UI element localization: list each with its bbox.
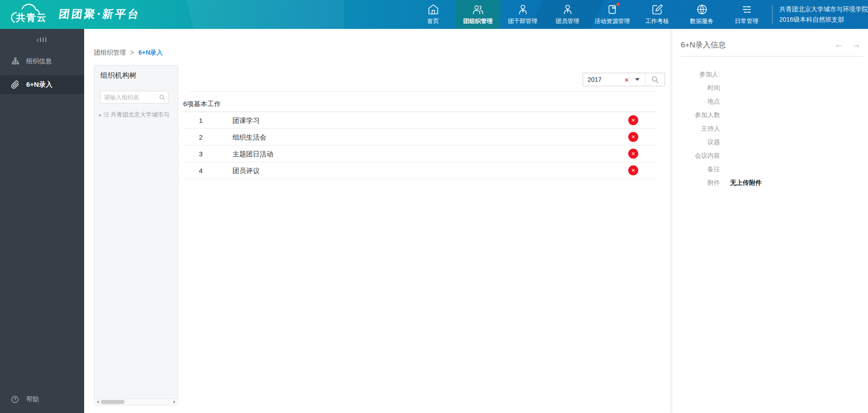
nav-tab-league-cadre[interactable]: 团干部管理 <box>500 0 545 29</box>
field-row-host: 主持人 <box>672 122 868 136</box>
scroll-left-arrow[interactable]: ‹ <box>95 399 101 405</box>
row-name: 组织生活会 <box>232 129 266 145</box>
search-icon <box>651 75 659 84</box>
detail-divider <box>681 56 863 56</box>
detail-panel: 6+N录入信息 ← → 参加人: 时间 地点 参加人数 <box>672 29 868 413</box>
scroll-right-arrow[interactable]: › <box>171 399 177 405</box>
breadcrumb-parent[interactable]: 团组织管理 <box>94 49 126 56</box>
sidebar-item-label: 组织信息 <box>26 57 52 66</box>
field-label: 参加人数 <box>672 111 720 119</box>
scrollbar-thumb[interactable] <box>101 400 124 404</box>
horizontal-scrollbar[interactable]: ‹ › <box>95 399 178 405</box>
field-row-location: 地点 <box>672 95 868 108</box>
list-item[interactable]: 4 团员评议 ✕ <box>183 162 656 179</box>
nav-tab-daily-management[interactable]: 日常管理 <box>724 0 769 29</box>
row-name: 主题团日活动 <box>232 145 273 162</box>
globe-icon <box>696 4 708 15</box>
content-divider <box>190 91 656 92</box>
year-filter-combobox: × <box>583 73 665 86</box>
home-icon <box>427 4 439 15</box>
users-icon <box>472 4 484 15</box>
field-row-attachment: 附件 无上传附件 <box>672 176 868 190</box>
sidebar-item-6n-entry[interactable]: 6+N录入 <box>0 75 84 94</box>
org-name-line2: 2016级本科自然班支部 <box>779 14 868 25</box>
clear-icon[interactable]: × <box>625 76 629 83</box>
chevron-down-icon[interactable] <box>635 78 640 81</box>
list-item[interactable]: 1 团课学习 ✕ <box>183 112 656 129</box>
field-label: 议题 <box>672 138 720 146</box>
detail-pager: ← → <box>829 39 861 50</box>
field-label: 时间 <box>672 84 720 92</box>
list-icon <box>741 4 753 15</box>
row-number: 4 <box>194 162 208 179</box>
field-label: 附件 <box>672 179 720 187</box>
main-nav: 首页 团组织管理 团干部管理 团员管理 <box>411 0 769 29</box>
sidebar-item-org-info[interactable]: 组织信息 <box>0 52 84 70</box>
delete-row-button[interactable]: ✕ <box>628 132 638 142</box>
work-list-title: 6项基本工作 <box>183 100 221 108</box>
nav-tab-league-member[interactable]: 团员管理 <box>545 0 590 29</box>
field-label: 备注 <box>672 165 720 174</box>
help-label: 帮助 <box>26 395 39 404</box>
sidebar-collapse-button[interactable]: ‹III <box>0 33 84 47</box>
nav-tab-home[interactable]: 首页 <box>411 0 455 29</box>
slogan-text: 团团聚·新平台 <box>58 7 142 21</box>
list-item[interactable]: 3 主题团日活动 ✕ <box>183 145 656 162</box>
prev-arrow-icon[interactable]: ← <box>835 39 844 49</box>
field-value: 无上传附件 <box>730 179 762 187</box>
nav-label: 团员管理 <box>556 17 579 25</box>
nav-tab-work-assessment[interactable]: 工作考核 <box>635 0 679 29</box>
field-row-remark: 备注 <box>672 163 868 176</box>
notification-badge-dot <box>617 3 620 6</box>
app-logo: 共青云 <box>10 4 53 25</box>
detail-fields: 参加人: 时间 地点 参加人数 主持人 议题 <box>672 68 868 190</box>
resource-icon <box>607 4 618 15</box>
nav-tab-league-org[interactable]: 团组织管理 <box>455 0 500 29</box>
row-name: 团员评议 <box>232 162 260 179</box>
field-label: 地点 <box>672 98 720 106</box>
field-row-meeting-content: 会议内容 <box>672 149 868 163</box>
field-row-topic: 议题 <box>672 136 868 149</box>
nav-tab-data-service[interactable]: 数据服务 <box>679 0 724 29</box>
user-icon <box>562 4 574 15</box>
tree-expand-icon[interactable]: ▸ <box>99 112 102 118</box>
nav-label: 活动资源管理 <box>595 17 630 25</box>
field-label: 主持人 <box>672 125 720 133</box>
nav-label: 团组织管理 <box>463 17 493 25</box>
nav-label: 数据服务 <box>690 17 714 25</box>
help-circle-icon <box>11 395 20 404</box>
field-row-participant-count: 参加人数 <box>672 108 868 122</box>
org-search-input[interactable] <box>104 93 156 102</box>
tree-node-org-root[interactable]: ▸ 共青团北京大学城市与 <box>99 111 176 119</box>
breadcrumb-separator: > <box>130 49 134 56</box>
search-icon[interactable] <box>159 94 166 103</box>
row-number: 2 <box>194 129 208 145</box>
nav-tab-activity-resource[interactable]: 活动资源管理 <box>590 0 635 29</box>
edit-icon <box>651 4 663 15</box>
app-header: 共青云 团团聚·新平台 首页 团组织管理 团干部管理 <box>0 0 868 29</box>
field-label: 会议内容 <box>672 152 720 160</box>
detail-panel-title: 6+N录入信息 <box>681 41 726 49</box>
org-search-box <box>100 91 169 103</box>
row-name: 团课学习 <box>232 112 260 129</box>
org-name-line1: 共青团北京大学城市与环境学院 <box>779 4 868 14</box>
list-item[interactable]: 2 组织生活会 ✕ <box>183 129 656 145</box>
org-tree-panel-title: 组织机构树 <box>100 71 178 80</box>
basic-work-list: 1 团课学习 ✕ 2 组织生活会 ✕ 3 主题团日活动 ✕ 4 团员评议 ✕ <box>183 112 656 179</box>
year-filter-input[interactable] <box>588 76 625 83</box>
app-root: 共青云 团团聚·新平台 首页 团组织管理 团干部管理 <box>0 0 868 413</box>
sidebar-item-label: 6+N录入 <box>26 80 52 89</box>
delete-row-button[interactable]: ✕ <box>628 115 638 125</box>
next-arrow-icon[interactable]: → <box>851 39 861 49</box>
search-button[interactable] <box>645 73 664 86</box>
sidebar-help-button[interactable]: 帮助 <box>11 395 39 404</box>
field-row-participants: 参加人: <box>672 68 868 81</box>
nav-label: 日常管理 <box>735 17 759 25</box>
paperclip-icon <box>11 80 20 89</box>
field-label: 参加人: <box>672 70 720 79</box>
delete-row-button[interactable]: ✕ <box>628 165 638 175</box>
header-divider <box>772 5 773 24</box>
delete-row-button[interactable]: ✕ <box>628 149 638 159</box>
nav-label: 工作考核 <box>645 17 669 25</box>
org-tree-icon <box>11 57 20 66</box>
